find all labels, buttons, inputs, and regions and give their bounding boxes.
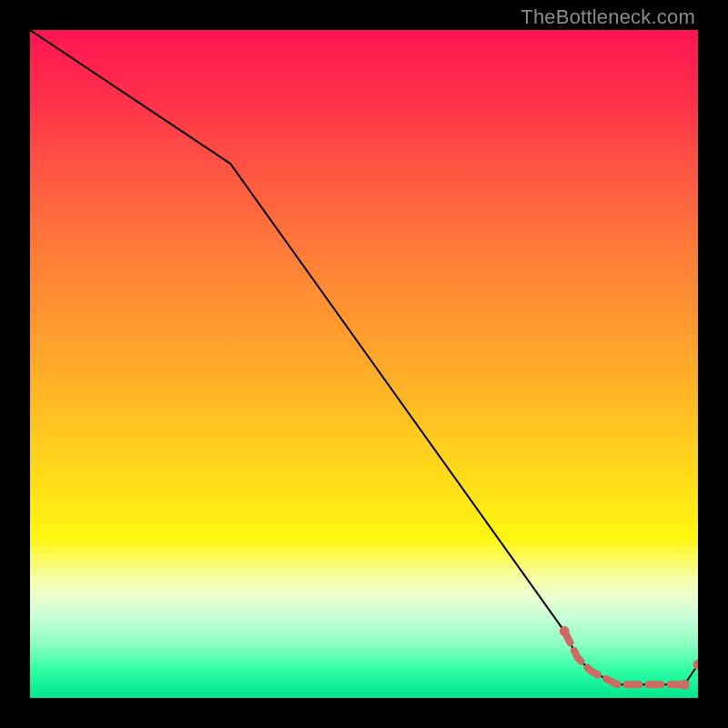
plot-gradient-background bbox=[30, 30, 698, 698]
chart-frame: TheBottleneck.com bbox=[0, 0, 728, 728]
watermark-label: TheBottleneck.com bbox=[521, 5, 695, 29]
